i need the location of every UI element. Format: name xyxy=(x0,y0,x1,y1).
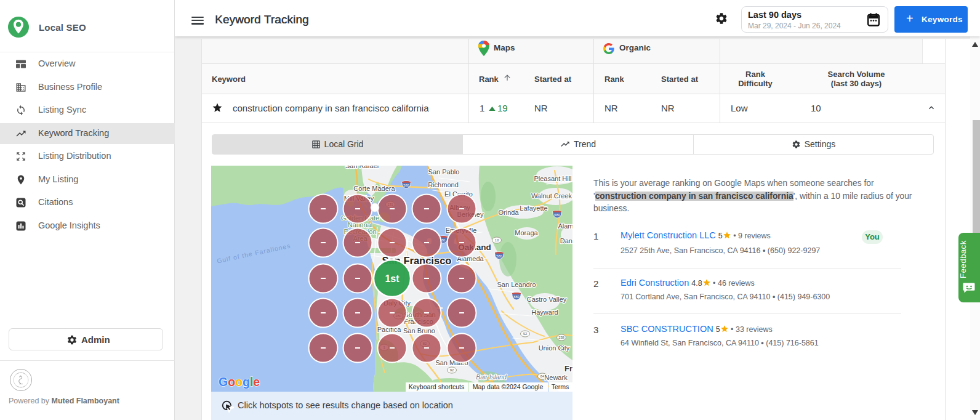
svg-text:92: 92 xyxy=(450,368,454,372)
svg-text:San Rafael: San Rafael xyxy=(345,166,379,169)
svg-text:Google: Google xyxy=(219,375,260,389)
svg-text:Hayward: Hayward xyxy=(531,309,558,316)
svg-text:80: 80 xyxy=(441,238,445,242)
svg-text:San Bruno: San Bruno xyxy=(403,327,435,334)
svg-text:Richmond: Richmond xyxy=(428,181,459,188)
svg-text:Fr: Fr xyxy=(564,364,572,373)
svg-text:Lafayette: Lafayette xyxy=(520,204,547,212)
svg-text:238: 238 xyxy=(558,336,564,339)
svg-text:Terms: Terms xyxy=(552,383,569,390)
svg-text:San Pablo: San Pablo xyxy=(428,168,460,176)
svg-text:Newark: Newark xyxy=(544,374,568,381)
svg-text:Keyboard shortcuts: Keyboard shortcuts xyxy=(409,383,464,390)
svg-text:Orinda: Orinda xyxy=(498,209,519,216)
svg-text:Union City: Union City xyxy=(539,344,570,352)
svg-text:Castro Valley: Castro Valley xyxy=(527,296,567,303)
svg-text:13: 13 xyxy=(495,238,499,242)
svg-text:Bair Island: Bair Island xyxy=(476,373,507,381)
svg-text:Pleasant Hill: Pleasant Hill xyxy=(534,175,571,182)
svg-text:580: 580 xyxy=(403,184,409,187)
svg-text:Alamo: Alamo xyxy=(558,222,572,230)
svg-text:680: 680 xyxy=(554,213,560,217)
svg-text:1st: 1st xyxy=(385,273,400,284)
svg-text:Walnut Creek: Walnut Creek xyxy=(531,192,572,200)
svg-text:Corte Madera: Corte Madera xyxy=(353,185,395,192)
svg-text:92: 92 xyxy=(523,332,527,336)
svg-text:Moraga: Moraga xyxy=(515,229,538,236)
svg-text:San Leandro: San Leandro xyxy=(497,281,536,288)
svg-text:880: 880 xyxy=(513,295,519,299)
svg-text:580: 580 xyxy=(496,254,502,258)
svg-text:Map data ©2024 Google: Map data ©2024 Google xyxy=(473,383,544,390)
svg-text:Dan: Dan xyxy=(560,237,572,244)
